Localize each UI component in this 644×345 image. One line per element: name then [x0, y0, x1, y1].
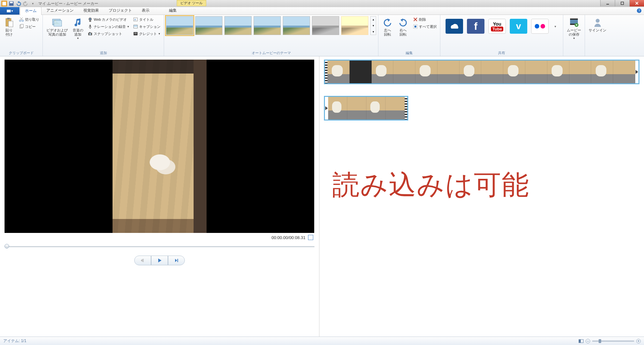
- theme-thumb-2[interactable]: [195, 16, 222, 35]
- annotation-overlay: 読み込みは可能: [332, 167, 638, 203]
- webcam-button[interactable]: Web カメラのビデオ: [86, 16, 130, 23]
- svg-rect-13: [21, 24, 23, 28]
- play-button[interactable]: [151, 256, 168, 265]
- signin-button[interactable]: サインイン: [587, 16, 608, 33]
- caption-icon: [133, 24, 138, 29]
- add-music-button[interactable]: 音楽の 追加▾: [71, 16, 85, 41]
- contextual-tab-video-tools[interactable]: ビデオ ツール: [177, 0, 206, 6]
- preview-pane: 00:00.00/00:08.31: [0, 56, 319, 337]
- theme-thumb-7[interactable]: [341, 16, 368, 35]
- title-button[interactable]: Aタイトル: [132, 16, 162, 23]
- zoom-in-icon[interactable]: +: [636, 339, 641, 343]
- scissors-icon: [19, 17, 24, 22]
- prev-frame-button[interactable]: [134, 256, 151, 265]
- redo-icon[interactable]: [23, 1, 29, 6]
- share-onedrive-icon[interactable]: [446, 19, 463, 34]
- save-icon[interactable]: [8, 1, 14, 6]
- tab-animation[interactable]: アニメーション: [42, 6, 78, 15]
- tab-view[interactable]: 表示: [137, 6, 154, 15]
- svg-rect-28: [134, 27, 137, 28]
- share-flickr-icon[interactable]: [531, 19, 549, 34]
- music-icon: [73, 17, 83, 28]
- select-all-icon: [413, 24, 418, 29]
- svg-text:A: A: [134, 18, 136, 21]
- rotate-right-button[interactable]: 右へ 回転: [396, 16, 410, 38]
- timeline-clip-1[interactable]: [324, 60, 639, 84]
- window-title: マイ ムービー - ムービー メーカー: [38, 1, 98, 6]
- camera-icon: [88, 31, 93, 36]
- paste-button[interactable]: 貼り 付け: [2, 16, 16, 38]
- delete-button[interactable]: 削除: [411, 16, 438, 23]
- svg-rect-3: [10, 2, 13, 3]
- snapshot-button[interactable]: スナップショット: [86, 30, 130, 37]
- maximize-button[interactable]: [615, 0, 629, 6]
- select-all-button[interactable]: すべて選択: [411, 23, 438, 30]
- copy-button[interactable]: コピー: [18, 23, 41, 30]
- rotate-left-icon: [382, 17, 393, 28]
- ribbon-tabs: ▾ ホーム アニメーション 視覚効果 プロジェクト 表示 編集 ?: [0, 7, 644, 15]
- timeline-end-marker[interactable]: [635, 61, 638, 83]
- theme-thumb-3[interactable]: [224, 16, 252, 35]
- webcam-icon: [88, 17, 93, 22]
- svg-rect-8: [7, 18, 10, 19]
- caption-button[interactable]: キャプション: [132, 23, 162, 30]
- svg-rect-39: [143, 259, 144, 262]
- view-toggle-icon[interactable]: [578, 339, 584, 343]
- credit-button[interactable]: クレジット▾: [132, 30, 162, 37]
- svg-rect-1: [2, 2, 6, 5]
- video-preview[interactable]: [5, 60, 314, 233]
- zoom-out-icon[interactable]: −: [586, 339, 590, 343]
- theme-thumb-1[interactable]: [166, 16, 193, 35]
- tab-visual-effects[interactable]: 視覚効果: [78, 6, 104, 15]
- narration-button[interactable]: ナレーションの録音▾: [86, 23, 130, 30]
- group-add: ビデオおよび 写真の追加 音楽の 追加▾ Web カメラのビデオ ナレーションの…: [43, 15, 164, 56]
- fullscreen-icon[interactable]: [308, 235, 313, 240]
- svg-point-18: [89, 18, 91, 20]
- titlebar: ▾ マイ ムービー - ムービー メーカー ビデオ ツール: [0, 0, 644, 7]
- timeline-playhead[interactable]: [325, 97, 328, 120]
- rotate-left-button[interactable]: 左へ 回転: [380, 16, 395, 38]
- qat-more-icon[interactable]: ▾: [30, 1, 36, 6]
- theme-more-button[interactable]: ▴▾▾: [370, 16, 376, 35]
- close-button[interactable]: [629, 0, 644, 6]
- svg-rect-9: [8, 21, 13, 27]
- svg-rect-35: [570, 18, 578, 20]
- add-video-photo-button[interactable]: ビデオおよび 写真の追加: [45, 16, 69, 38]
- photo-icon: [52, 17, 62, 28]
- share-facebook-icon[interactable]: f: [467, 19, 484, 34]
- help-icon[interactable]: ?: [637, 8, 641, 13]
- status-items: アイテム: 1/1: [3, 338, 26, 344]
- undo-icon[interactable]: [16, 1, 21, 6]
- ribbon: 貼り 付け 切り取り コピー クリップボード ビデオおよび 写真の追加 音楽の …: [0, 15, 644, 56]
- svg-rect-5: [621, 2, 624, 5]
- svg-rect-6: [7, 10, 11, 12]
- user-icon: [592, 17, 603, 28]
- svg-point-23: [89, 33, 91, 35]
- zoom-slider[interactable]: [592, 340, 634, 342]
- svg-rect-24: [89, 32, 90, 33]
- theme-thumb-5[interactable]: [283, 16, 310, 35]
- seek-slider[interactable]: [5, 243, 315, 250]
- svg-rect-21: [90, 28, 90, 29]
- group-label-share: 共有: [442, 50, 561, 55]
- timeline-clip-2[interactable]: [324, 96, 408, 121]
- share-youtube-icon[interactable]: YouTube: [488, 19, 506, 34]
- tab-edit[interactable]: 編集: [164, 6, 182, 15]
- tab-home[interactable]: ホーム: [20, 7, 42, 15]
- tab-project[interactable]: プロジェクト: [104, 6, 137, 15]
- paste-icon: [4, 17, 14, 28]
- title-icon: A: [133, 17, 138, 22]
- theme-thumb-4[interactable]: [254, 16, 281, 35]
- share-more-button[interactable]: ▾: [553, 19, 558, 34]
- svg-point-10: [19, 20, 21, 22]
- svg-rect-31: [134, 34, 137, 34]
- theme-thumb-6[interactable]: [312, 16, 339, 35]
- next-frame-button[interactable]: [168, 256, 185, 265]
- timeline-pane: 読み込みは可能: [319, 56, 644, 337]
- cut-button[interactable]: 切り取り: [18, 16, 41, 23]
- group-themes: ▴▾▾ オートムービーのテーマ: [164, 15, 378, 56]
- file-tab[interactable]: ▾: [0, 7, 19, 15]
- share-vimeo-icon[interactable]: v: [510, 19, 527, 34]
- minimize-button[interactable]: [600, 0, 615, 6]
- save-movie-button[interactable]: ムービー の保存▾: [565, 16, 583, 41]
